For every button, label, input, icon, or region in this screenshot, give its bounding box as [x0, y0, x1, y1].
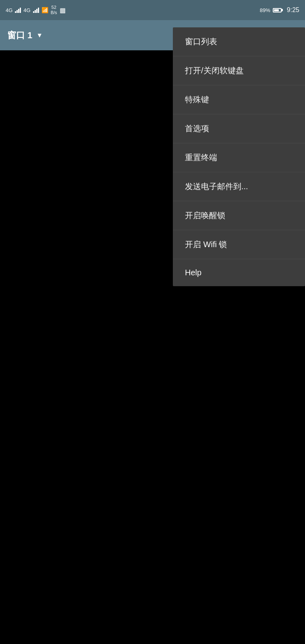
- status-bar-right: 89% 9:25: [260, 6, 299, 14]
- menu-item-toggle-keyboard[interactable]: 打开/关闭软键盘: [173, 56, 305, 85]
- signal1-icon: [15, 7, 21, 13]
- signal2-icon: [33, 7, 39, 13]
- signal2-label: 4G: [23, 7, 30, 13]
- battery-icon: [273, 8, 283, 12]
- menu-item-send-email[interactable]: 发送电子邮件到...: [173, 172, 305, 201]
- window-title-container[interactable]: 窗口 1 ▼: [7, 29, 43, 41]
- menu-item-window-list[interactable]: 窗口列表: [173, 27, 305, 56]
- menu-item-special-keys[interactable]: 特殊键: [173, 85, 305, 114]
- signal1-label: 4G: [6, 7, 12, 13]
- menu-item-help[interactable]: Help: [173, 259, 305, 286]
- network-speed: 52B/s: [51, 5, 57, 15]
- wifi-icon: 📶: [41, 7, 48, 13]
- menu-item-reset-terminal[interactable]: 重置终端: [173, 143, 305, 172]
- menu-item-wake-lock[interactable]: 开启唤醒锁: [173, 201, 305, 230]
- dropdown-arrow-icon[interactable]: ▼: [36, 32, 43, 39]
- menu-item-wifi-lock[interactable]: 开启 Wifi 锁: [173, 230, 305, 259]
- screenshot-icon: ▩: [60, 6, 66, 14]
- menu-item-preferences[interactable]: 首选项: [173, 114, 305, 143]
- battery-percent: 89%: [260, 7, 270, 13]
- status-bar: 4G 4G 📶 52B/s ▩ 89% 9:25: [0, 0, 305, 20]
- status-bar-left: 4G 4G 📶 52B/s ▩: [6, 5, 66, 15]
- window-title-label: 窗口 1: [7, 29, 32, 41]
- time-display: 9:25: [287, 6, 299, 14]
- context-menu: 窗口列表打开/关闭软键盘特殊键首选项重置终端发送电子邮件到...开启唤醒锁开启 …: [173, 27, 305, 286]
